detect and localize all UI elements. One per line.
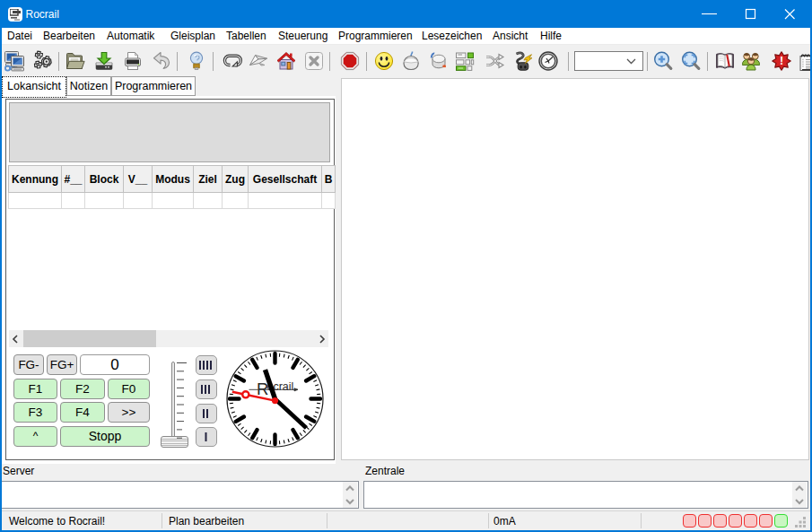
svg-text:!: ! [780, 55, 783, 67]
